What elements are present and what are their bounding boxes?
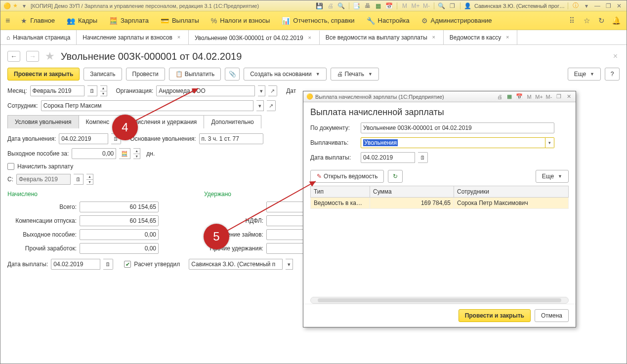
memory-m-icon[interactable]: M xyxy=(400,1,409,10)
modal-post-close-button[interactable]: Провести и закрыть xyxy=(459,309,531,322)
pay-button[interactable]: 📋Выплатить xyxy=(169,68,221,81)
employee-open-button[interactable]: ↗ xyxy=(267,100,276,111)
chevron-up-icon[interactable]: ▲ xyxy=(86,174,93,180)
close-icon[interactable]: ✕ xyxy=(565,93,573,101)
subtab-additional[interactable]: Дополнительно xyxy=(204,115,261,128)
memory-mminus-icon[interactable]: M- xyxy=(422,1,431,10)
modal-cancel-button[interactable]: Отмена xyxy=(535,309,569,322)
save-button[interactable]: Записать xyxy=(84,68,122,81)
table-icon[interactable]: ▦ xyxy=(374,1,383,10)
back-button[interactable]: ← xyxy=(7,51,20,62)
pay-date-input[interactable]: 04.02.2019 xyxy=(51,259,100,270)
print-icon[interactable]: 🖨 xyxy=(496,93,503,101)
tab-cash-sheets[interactable]: Ведомости в кассу× xyxy=(444,30,517,44)
calendar-icon[interactable]: 📅 xyxy=(515,93,523,101)
total-accrued-value[interactable]: 60 154,65 xyxy=(80,202,159,212)
fav-star-icon[interactable]: ★ xyxy=(13,2,18,9)
nav-admin[interactable]: ⚙Администрирование xyxy=(417,15,497,27)
fire-basis-input[interactable]: п. 3 ч. 1 ст. 77 xyxy=(199,133,263,144)
restore-icon[interactable]: ❐ xyxy=(555,93,563,101)
printer-icon[interactable]: 🖶 xyxy=(363,1,372,10)
modal-pay-date-calendar-button[interactable]: 🗓 xyxy=(418,152,428,163)
table-icon[interactable]: ▦ xyxy=(505,93,513,101)
nav-setup[interactable]: 🔧Настройка xyxy=(362,15,415,27)
month-calendar-button[interactable]: 🗓 xyxy=(87,85,97,96)
pay-type-dropdown-button[interactable]: ▾ xyxy=(545,137,554,148)
nav-main[interactable]: ★Главное xyxy=(16,15,60,27)
help-button[interactable]: ? xyxy=(605,68,620,81)
modal-h-scrollbar[interactable] xyxy=(310,297,569,304)
scrollbar-thumb[interactable] xyxy=(318,298,561,302)
nav-staff[interactable]: 👥Кадры xyxy=(62,15,102,27)
org-input[interactable]: Андромеда ООО xyxy=(156,85,255,96)
history-icon[interactable]: ↻ xyxy=(596,15,607,26)
col-type[interactable]: Тип xyxy=(311,186,370,198)
save-icon[interactable]: 💾 xyxy=(315,1,324,10)
compare-icon[interactable]: 📑 xyxy=(352,1,361,10)
memory-mplus-icon[interactable]: M+ xyxy=(411,1,420,10)
info-dropdown-icon[interactable]: ▾ xyxy=(582,1,591,10)
other-earn-value[interactable]: 0,00 xyxy=(80,243,159,254)
chevron-down-icon[interactable]: ▼ xyxy=(86,180,93,185)
chevron-down-icon[interactable]: ▼ xyxy=(100,91,107,96)
print-icon[interactable]: 🖨 xyxy=(326,1,335,10)
nav-reports[interactable]: 📊Отчетность, справки xyxy=(277,15,359,27)
month-spinner[interactable]: ▲▼ xyxy=(100,85,107,96)
pay-type-combo[interactable]: Увольнения xyxy=(361,137,545,148)
severance-spinner[interactable]: ▲▼ xyxy=(133,148,140,159)
refresh-button[interactable]: ↻ xyxy=(388,170,403,183)
user-name[interactable]: Савинская З.Ю. (Системный прог… xyxy=(474,3,565,9)
approver-dropdown-button[interactable]: ▾ xyxy=(286,259,293,270)
favorite-toggle-icon[interactable]: ★ xyxy=(45,50,55,63)
create-based-button[interactable]: Создать на основании▼ xyxy=(244,68,326,81)
info-icon[interactable]: ⓘ xyxy=(571,1,580,10)
memory-m-icon[interactable]: M xyxy=(525,93,533,101)
page-close-icon[interactable]: × xyxy=(613,52,620,61)
modal-pay-date-input[interactable]: 04.02.2019 xyxy=(361,152,415,163)
star-toolbar-icon[interactable]: ☆ xyxy=(581,15,592,26)
chevron-up-icon[interactable]: ▲ xyxy=(100,86,107,91)
tab-dismissal[interactable]: Увольнение 00ЗК-000001 от 04.02.2019× xyxy=(189,30,320,44)
minimize-icon[interactable]: — xyxy=(593,1,602,10)
tab-close-icon[interactable]: × xyxy=(430,34,437,41)
forward-button[interactable]: → xyxy=(26,51,39,62)
org-open-button[interactable]: ↗ xyxy=(268,85,277,96)
calc-salary-checkbox[interactable] xyxy=(7,163,14,170)
approver-input[interactable]: Савинская З.Ю. (Системный п xyxy=(189,259,283,270)
tab-close-icon[interactable]: × xyxy=(175,34,182,41)
memory-mminus-icon[interactable]: M- xyxy=(545,93,553,101)
post-button[interactable]: Провести xyxy=(126,68,165,81)
c-month-calendar-button[interactable]: 🗓 xyxy=(74,174,84,185)
severance-value[interactable]: 0,00 xyxy=(80,229,159,240)
tab-all-payroll-sheets[interactable]: Все ведомости на выплату зарплаты× xyxy=(320,30,444,44)
org-dropdown-button[interactable]: ▾ xyxy=(258,85,265,96)
chevron-up-icon[interactable]: ▲ xyxy=(133,149,140,154)
c-month-spinner[interactable]: ▲▼ xyxy=(86,174,93,185)
pay-date-calendar-button[interactable]: 🗓 xyxy=(103,259,113,270)
close-icon[interactable]: ✕ xyxy=(615,1,624,10)
approved-checkbox[interactable]: ✔ xyxy=(124,261,131,268)
memory-mplus-icon[interactable]: M+ xyxy=(535,93,543,101)
employee-dropdown-button[interactable]: ▾ xyxy=(256,100,264,111)
preview-icon[interactable]: 🔍 xyxy=(337,1,346,10)
open-sheet-button[interactable]: ✎Открыть ведомость xyxy=(310,170,384,183)
more-button[interactable]: Еще▼ xyxy=(568,68,601,81)
maximize-icon[interactable]: ❐ xyxy=(604,1,613,10)
bell-icon[interactable]: 🔔 xyxy=(611,15,622,26)
dropdown-icon[interactable]: ▾ xyxy=(20,1,29,10)
post-and-close-button[interactable]: Провести и закрыть xyxy=(7,68,80,81)
calendar-icon[interactable]: 📅 xyxy=(385,1,394,10)
modal-more-button[interactable]: Еще▼ xyxy=(536,170,569,183)
windows-icon[interactable]: ❐ xyxy=(448,1,457,10)
burger-icon[interactable]: ≡ xyxy=(5,16,10,25)
tab-home[interactable]: ⌂Начальная страница xyxy=(0,30,77,44)
month-input[interactable]: Февраль 2019 xyxy=(30,85,84,96)
by-doc-input[interactable]: Увольнение 00ЗК-000001 от 04.02.2019 xyxy=(361,122,554,133)
nav-salary[interactable]: 🧮Зарплата xyxy=(104,15,154,27)
severance-days-input[interactable]: 0,00 xyxy=(72,148,116,159)
subtab-conditions[interactable]: Условия увольнения xyxy=(7,115,79,128)
nav-taxes[interactable]: %Налоги и взносы xyxy=(206,15,275,27)
table-row[interactable]: Ведомость в ка… 169 784,65 Сорока Петр М… xyxy=(311,198,569,209)
col-employees[interactable]: Сотрудники xyxy=(454,186,569,198)
tab-close-icon[interactable]: × xyxy=(306,35,313,41)
